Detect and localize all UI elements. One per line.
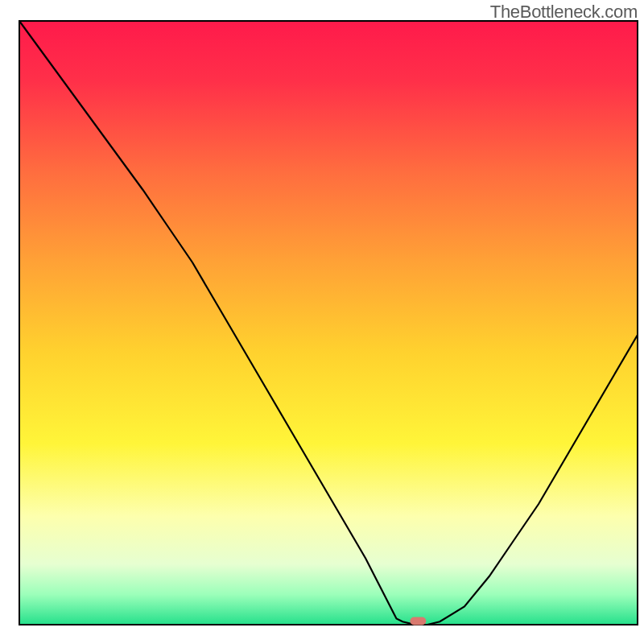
optimal-marker [410,617,426,625]
chart-container: TheBottleneck.com [0,0,644,644]
bottleneck-chart [0,0,644,644]
plot-background [19,21,638,625]
watermark-text: TheBottleneck.com [490,2,638,23]
